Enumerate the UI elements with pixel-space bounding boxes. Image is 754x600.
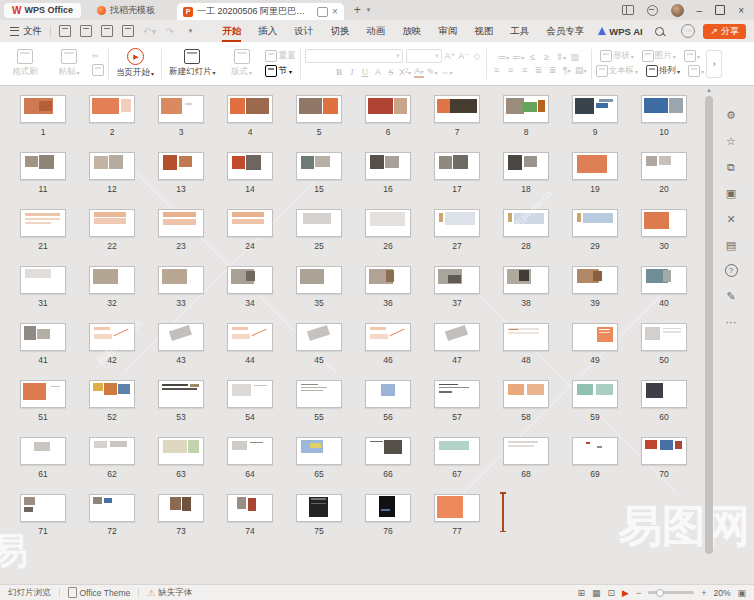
character-spacing-button[interactable]: ⇔▾ (441, 67, 453, 77)
font-size-select[interactable]: ▾ (406, 49, 442, 63)
text-shadow-button[interactable]: A (373, 67, 383, 77)
superscript-button[interactable]: X²▾ (399, 67, 411, 77)
tab-视图[interactable]: 视图 (474, 20, 493, 42)
increase-font-button[interactable]: A⁺ (445, 51, 456, 61)
slide-thumbnail[interactable] (365, 95, 411, 123)
slide-thumbnail[interactable] (89, 95, 135, 123)
underline-button[interactable]: U (360, 67, 370, 77)
slide-thumbnail[interactable] (434, 95, 480, 123)
star-icon[interactable]: ☆ (724, 134, 738, 148)
slide-thumbnail[interactable] (227, 494, 273, 522)
slide-thumbnail[interactable] (89, 323, 135, 351)
textbox-button[interactable]: 文本框▾ (596, 65, 639, 77)
slide-thumbnail[interactable] (20, 494, 66, 522)
slide-thumbnail[interactable] (365, 437, 411, 465)
scroll-up-arrow-icon[interactable]: ▲ (706, 87, 712, 93)
slide-thumbnail[interactable] (158, 95, 204, 123)
slide-thumbnail[interactable] (434, 152, 480, 180)
text-direction-button[interactable]: ▥ (569, 52, 580, 62)
slide-thumbnail[interactable] (641, 437, 687, 465)
slide-thumbnail[interactable] (641, 323, 687, 351)
tab-放映[interactable]: 放映 (402, 20, 421, 42)
slide-thumbnail[interactable] (89, 494, 135, 522)
slide-thumbnail[interactable] (158, 494, 204, 522)
reading-view-button[interactable]: ⊡ (607, 588, 615, 598)
slide-thumbnail[interactable] (89, 380, 135, 408)
slide-thumbnail[interactable] (503, 437, 549, 465)
undo-icon[interactable]: ↶▾ (143, 26, 156, 37)
missing-font-label[interactable]: 缺失字体 (158, 587, 192, 599)
new-slide-button[interactable]: 新建幻灯片▾ (166, 49, 219, 78)
media-button[interactable]: ▾ (688, 65, 704, 77)
split-window-icon[interactable] (622, 5, 634, 15)
slide-thumbnail[interactable] (641, 380, 687, 408)
book-icon[interactable]: ▤ (724, 238, 738, 252)
settings-icon[interactable]: ⚙ (724, 108, 738, 122)
slide-thumbnail[interactable] (572, 95, 618, 123)
bold-button[interactable]: B (334, 67, 344, 77)
normal-view-button[interactable]: ⊞ (577, 588, 585, 598)
new-tab-button[interactable]: + (354, 3, 361, 17)
slide-thumbnail[interactable] (572, 323, 618, 351)
slide-thumbnail[interactable] (20, 152, 66, 180)
numbered-list-button[interactable]: ≕▾ (512, 52, 524, 62)
slide-thumbnail[interactable] (227, 266, 273, 294)
redo-icon[interactable]: ↷ (165, 26, 173, 37)
slide-thumbnail[interactable] (572, 209, 618, 237)
cloud-sync-icon[interactable] (122, 25, 134, 37)
slide-thumbnail[interactable] (296, 380, 342, 408)
section-button[interactable]: 节▾ (265, 65, 296, 77)
paste-button[interactable]: 粘贴▾ (48, 49, 90, 78)
slide-thumbnail[interactable] (227, 209, 273, 237)
slide-thumbnail[interactable] (365, 323, 411, 351)
format-painter-button[interactable]: 格式刷 (4, 49, 46, 78)
slide-thumbnail[interactable] (434, 494, 480, 522)
slide-thumbnail[interactable] (503, 380, 549, 408)
picture-button[interactable]: 图片▾ (642, 50, 676, 62)
export-icon[interactable] (80, 25, 92, 37)
chart-button[interactable]: ▾ (684, 50, 700, 62)
user-avatar[interactable] (671, 4, 684, 17)
window-maximize-button[interactable] (715, 5, 725, 15)
align-left-button[interactable]: ≡ (491, 65, 502, 75)
layers-icon[interactable]: ⧉ (724, 160, 738, 174)
wps-office-app-button[interactable]: W WPS Office (4, 3, 81, 18)
slide-thumbnail[interactable] (158, 209, 204, 237)
image-icon[interactable]: ▣ (724, 186, 738, 200)
justify-button[interactable]: ≣ (533, 65, 544, 75)
assistant-icon[interactable]: ⋯ (681, 24, 695, 38)
slide-thumbnail[interactable] (20, 266, 66, 294)
columns-button[interactable]: ▤▾ (575, 65, 587, 75)
slide-thumbnail[interactable] (503, 95, 549, 123)
tools-icon[interactable]: ✕ (724, 212, 738, 226)
save-icon[interactable] (59, 25, 71, 37)
slide-thumbnail[interactable] (296, 494, 342, 522)
font-color-button[interactable]: A▾ (414, 66, 424, 78)
decrease-font-button[interactable]: A⁻ (458, 51, 469, 61)
slide-thumbnail[interactable] (158, 266, 204, 294)
zoom-slider[interactable] (648, 591, 694, 594)
slide-thumbnail[interactable] (296, 323, 342, 351)
slide-thumbnail[interactable] (227, 380, 273, 408)
window-minimize-button[interactable]: – (697, 5, 703, 16)
slide-thumbnail[interactable] (365, 494, 411, 522)
slide-thumbnail[interactable] (158, 380, 204, 408)
slide-thumbnail[interactable] (227, 95, 273, 123)
slide-thumbnail[interactable] (434, 266, 480, 294)
slide-thumbnail[interactable] (641, 266, 687, 294)
bullet-list-button[interactable]: ≔▾ (497, 52, 509, 62)
font-family-select[interactable]: ▾ (305, 49, 403, 63)
slideshow-play-button[interactable]: ▶ (622, 588, 629, 598)
slide-thumbnail[interactable] (572, 380, 618, 408)
slide-thumbnail[interactable] (20, 323, 66, 351)
slide-thumbnail[interactable] (434, 209, 480, 237)
zoom-out-button[interactable]: − (636, 588, 641, 598)
slide-thumbnail[interactable] (434, 323, 480, 351)
global-settings-icon[interactable] (647, 5, 658, 16)
clear-format-icon[interactable]: ◇ (472, 51, 482, 61)
slide-thumbnail[interactable] (20, 437, 66, 465)
slide-thumbnail[interactable] (296, 209, 342, 237)
slide-thumbnail[interactable] (434, 437, 480, 465)
slide-thumbnail[interactable] (365, 266, 411, 294)
slide-thumbnail[interactable] (365, 152, 411, 180)
